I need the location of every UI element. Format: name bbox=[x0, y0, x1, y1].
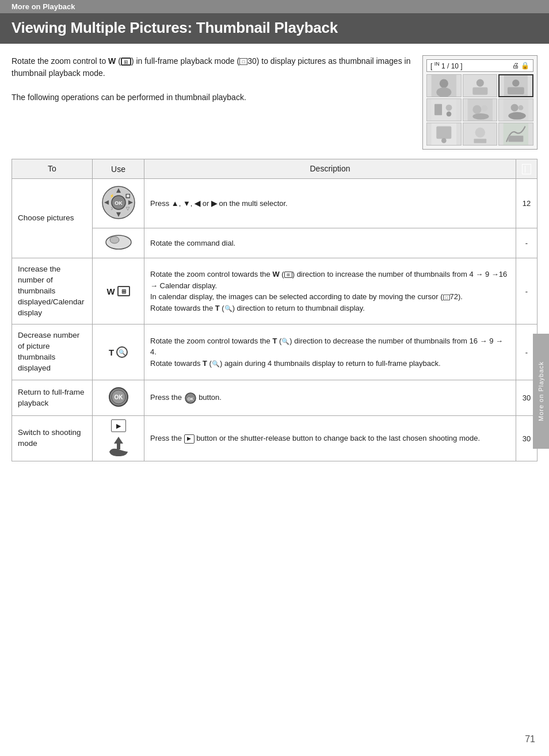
inline-playback-icon: ▶ bbox=[184, 434, 195, 444]
to-return-fullframe: Return to full-frame playback bbox=[12, 380, 93, 416]
ref-choose-pictures: 12 bbox=[516, 179, 537, 228]
row-increase-thumbnails: Increase the number of thumbnails displa… bbox=[12, 258, 537, 324]
svg-point-7 bbox=[512, 79, 519, 86]
page-number: 71 bbox=[525, 734, 535, 744]
use-ok-button: OK bbox=[93, 380, 144, 416]
to-switch-shooting: Switch to shooting mode bbox=[12, 416, 93, 461]
desc-command-dial: Rotate the command dial. bbox=[144, 228, 516, 258]
svg-text:OK: OK bbox=[115, 200, 123, 206]
desc-return-fullframe: Press the OK button. bbox=[144, 380, 516, 416]
svg-text:▽: ▽ bbox=[126, 206, 130, 211]
use-multi-selector: OK ⚡ 🔲 ☽ ▽ bbox=[93, 179, 144, 228]
desc-switch-shooting: Press the ▶ button or the shutter-releas… bbox=[144, 416, 516, 461]
svg-point-14 bbox=[472, 105, 481, 114]
ok-inline-icon: OK bbox=[184, 392, 197, 404]
svg-rect-28 bbox=[509, 136, 524, 142]
to-increase-thumbnails: Increase the number of thumbnails displa… bbox=[12, 258, 93, 324]
thumb-1 bbox=[426, 74, 462, 97]
thumb-7 bbox=[426, 123, 462, 146]
header-ref bbox=[516, 159, 537, 179]
svg-point-19 bbox=[518, 105, 524, 110]
intro-paragraph: Rotate the zoom control to W (⊞) in full… bbox=[12, 55, 411, 79]
svg-point-40 bbox=[106, 235, 131, 249]
ref-command-dial: - bbox=[516, 228, 537, 258]
svg-point-11 bbox=[446, 105, 452, 111]
thumb-2 bbox=[463, 74, 498, 97]
svg-point-16 bbox=[472, 113, 489, 120]
svg-point-25 bbox=[475, 128, 485, 138]
t-zoom-label: T 🔍 bbox=[98, 346, 138, 358]
svg-point-23 bbox=[441, 138, 447, 143]
use-command-dial bbox=[93, 228, 144, 258]
svg-point-41 bbox=[110, 236, 119, 243]
use-t-zoom: T 🔍 bbox=[93, 324, 144, 380]
page-title: Viewing Multiple Pictures: Thumbnail Pla… bbox=[12, 19, 537, 37]
thumb-3 bbox=[498, 74, 533, 97]
thumb-5 bbox=[463, 98, 498, 121]
playback-button-icon: ▶ bbox=[111, 419, 126, 432]
ref-increase-thumbnails: - bbox=[516, 258, 537, 324]
svg-text:OK: OK bbox=[114, 394, 123, 400]
intro-section: Rotate the zoom control to W (⊞) in full… bbox=[12, 55, 537, 150]
shutter-icon-row bbox=[95, 436, 142, 457]
thumbnail-grid bbox=[426, 74, 533, 146]
header-to: To bbox=[12, 159, 93, 179]
content-area: Rotate the zoom control to W (⊞) in full… bbox=[0, 44, 549, 484]
thumb-4 bbox=[426, 98, 462, 121]
use-switch-shooting: ▶ bbox=[93, 416, 144, 461]
header-description: Description bbox=[144, 159, 516, 179]
svg-rect-10 bbox=[434, 104, 442, 116]
svg-rect-5 bbox=[472, 87, 487, 95]
svg-point-1 bbox=[440, 79, 448, 88]
row-switch-shooting: Switch to shooting mode ▶ bbox=[12, 416, 537, 461]
svg-text:OK: OK bbox=[187, 397, 193, 401]
ok-button-icon: OK bbox=[108, 386, 129, 408]
row-decrease-thumbnails: Decrease number of picture thumbnails di… bbox=[12, 324, 537, 380]
playback-button-row: ▶ bbox=[95, 419, 142, 432]
title-bar: Viewing Multiple Pictures: Thumbnail Pla… bbox=[0, 13, 549, 44]
row-choose-pictures: Choose pictures OK bbox=[12, 179, 537, 228]
svg-marker-47 bbox=[114, 437, 123, 444]
svg-text:🔲: 🔲 bbox=[125, 193, 131, 198]
operations-table: To Use Description Choose pictures bbox=[12, 159, 537, 461]
row-return-fullframe: Return to full-frame playback OK Press t… bbox=[12, 380, 537, 416]
svg-rect-8 bbox=[508, 87, 524, 94]
svg-point-15 bbox=[481, 105, 487, 112]
svg-text:☽: ☽ bbox=[109, 207, 113, 211]
svg-point-12 bbox=[447, 112, 452, 117]
svg-point-18 bbox=[511, 104, 518, 112]
desc-increase-thumbnails: Rotate the zoom control towards the W (⊞… bbox=[144, 258, 516, 324]
desc-multi-selector: Press ▲, ▼, ◀ or ▶ on the multi selector… bbox=[144, 179, 516, 228]
to-decrease-thumbnails: Decrease number of picture thumbnails di… bbox=[12, 324, 93, 380]
svg-point-4 bbox=[476, 79, 483, 87]
thumb-9 bbox=[498, 123, 533, 146]
header-use: Use bbox=[93, 159, 144, 179]
w-zoom-label: W ⊞ bbox=[98, 286, 138, 296]
command-dial-icon bbox=[104, 234, 133, 250]
following-text: The following operations can be performe… bbox=[12, 91, 411, 104]
svg-rect-48 bbox=[117, 444, 120, 449]
camera-display: [ IN 1 / 10 ] 🖨 🔒 bbox=[422, 55, 537, 150]
intro-text: Rotate the zoom control to W (⊞) in full… bbox=[12, 55, 411, 150]
svg-rect-26 bbox=[474, 139, 486, 143]
side-tab: More on Playback bbox=[533, 334, 549, 449]
use-w-zoom: W ⊞ bbox=[93, 258, 144, 324]
to-choose-pictures: Choose pictures bbox=[12, 179, 93, 258]
display-header: [ IN 1 / 10 ] 🖨 🔒 bbox=[426, 59, 533, 72]
svg-point-20 bbox=[509, 112, 526, 120]
svg-text:⚡: ⚡ bbox=[109, 193, 115, 198]
multi-selector-icon: OK ⚡ 🔲 ☽ ▽ bbox=[101, 185, 136, 220]
thumb-6 bbox=[498, 98, 533, 121]
shutter-release-icon bbox=[106, 436, 131, 457]
thumb-8 bbox=[463, 123, 498, 146]
desc-decrease-thumbnails: Rotate the zoom control towards the T (🔍… bbox=[144, 324, 516, 380]
section-label: More on Playback bbox=[12, 2, 75, 11]
section-header: More on Playback bbox=[0, 0, 549, 13]
svg-rect-22 bbox=[436, 126, 451, 139]
